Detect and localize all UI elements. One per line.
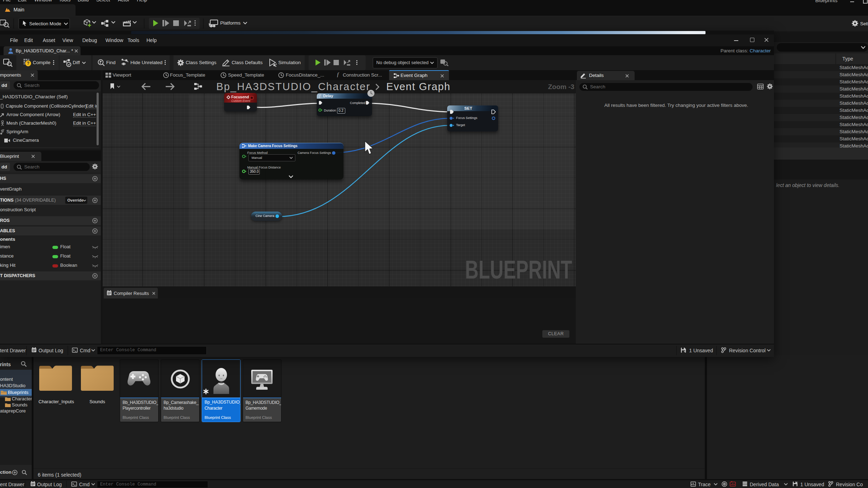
svg-text:?: ? (27, 61, 29, 66)
